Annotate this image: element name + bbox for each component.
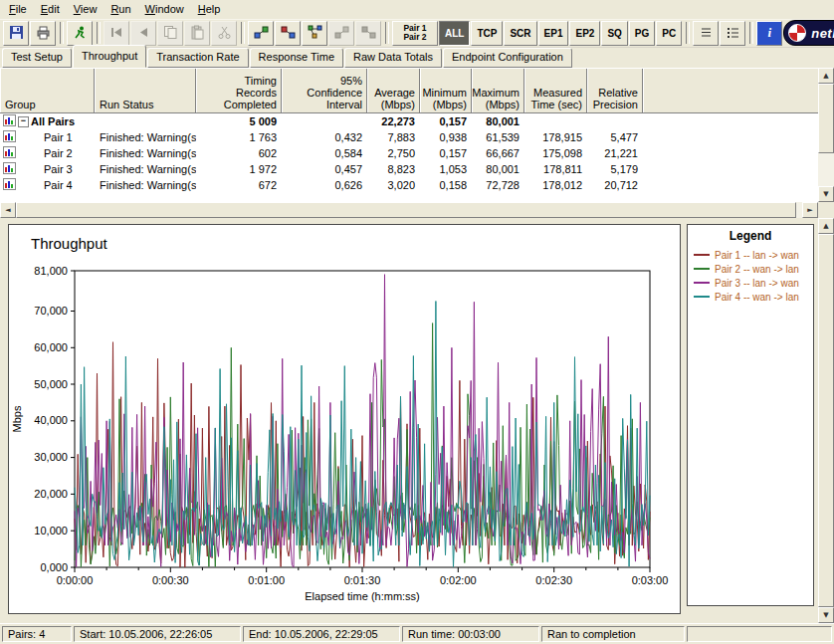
tab-endpoint-configuration[interactable]: Endpoint Configuration bbox=[443, 48, 572, 68]
svg-text:40,000: 40,000 bbox=[34, 414, 68, 426]
column-header-timing-records[interactable]: Timing Records Completed bbox=[196, 69, 282, 112]
menu-run[interactable]: Run bbox=[104, 1, 137, 18]
tab-test-setup[interactable]: Test Setup bbox=[2, 48, 72, 68]
table-row-pair-2[interactable]: Pair 2Finished: Warning(s)6020,5842,7500… bbox=[0, 145, 818, 161]
paste-button bbox=[184, 21, 210, 46]
scroll-down-button[interactable]: ▼ bbox=[818, 186, 834, 202]
toolbar-separator bbox=[749, 22, 753, 44]
value-cell: 1 763 bbox=[196, 131, 282, 143]
table-row-pair-3[interactable]: Pair 3Finished: Warning(s)1 9720,4578,82… bbox=[0, 161, 818, 177]
view-button-tcp[interactable]: TCP bbox=[471, 21, 503, 46]
svg-text:0:00:30: 0:00:30 bbox=[152, 574, 189, 586]
pair-multi-icon bbox=[308, 25, 322, 42]
scroll-up-button[interactable]: ▲ bbox=[818, 68, 834, 84]
menu-help[interactable]: Help bbox=[191, 1, 228, 18]
print-button[interactable] bbox=[30, 21, 56, 46]
table-vertical-scrollbar[interactable]: ▲ ▼ bbox=[818, 68, 834, 202]
toolbar-separator bbox=[60, 22, 64, 44]
status-filler bbox=[687, 626, 832, 642]
value-cell: 5 009 bbox=[196, 115, 282, 127]
group-label: Pair 2 bbox=[44, 147, 73, 159]
toolbar-separator bbox=[241, 22, 245, 44]
add-pair-button[interactable] bbox=[248, 21, 274, 46]
legend-panel: Legend Pair 1 -- lan -> wanPair 2 -- wan… bbox=[687, 224, 814, 606]
value-cell: 22,273 bbox=[367, 115, 420, 127]
group-cell: Pair 3 bbox=[0, 162, 95, 176]
view-button-ep2[interactable]: EP2 bbox=[569, 21, 600, 46]
column-header-measured[interactable]: Measured Time (sec) bbox=[524, 69, 587, 112]
tab-strip: Test SetupThroughputTransaction RateResp… bbox=[0, 47, 834, 68]
arrow-up-icon: ▲ bbox=[823, 222, 828, 230]
run-test-button[interactable] bbox=[67, 21, 93, 46]
value-cell: 0,938 bbox=[420, 131, 472, 143]
svg-text:0:02:00: 0:02:00 bbox=[440, 574, 477, 586]
group-pairs-button[interactable] bbox=[302, 21, 327, 46]
value-cell: 80,001 bbox=[472, 163, 524, 175]
throughput-chart: 0,00010,00020,00030,00040,00050,00060,00… bbox=[9, 225, 680, 613]
column-header-group[interactable]: Group bbox=[0, 69, 95, 112]
save-button[interactable] bbox=[3, 21, 29, 46]
scroll-thumb[interactable] bbox=[818, 84, 834, 153]
table-row-all-pairs[interactable]: −All Pairs5 00922,2730,15780,001 bbox=[0, 113, 818, 129]
value-cell: 0,432 bbox=[282, 131, 367, 143]
tab-raw-data-totals[interactable]: Raw Data Totals bbox=[344, 48, 442, 68]
svg-text:Mbps: Mbps bbox=[11, 405, 23, 432]
scroll-down-button[interactable]: ▼ bbox=[818, 607, 834, 623]
go-previous-button bbox=[130, 21, 156, 46]
tab-throughput[interactable]: Throughput bbox=[73, 45, 146, 68]
report-view-button[interactable] bbox=[693, 21, 719, 46]
view-button-pc[interactable]: PC bbox=[656, 21, 682, 46]
tab-response-time[interactable]: Response Time bbox=[250, 48, 343, 68]
tab-transaction-rate[interactable]: Transaction Rate bbox=[147, 48, 248, 68]
status-pairs: Pairs: 4 bbox=[2, 626, 72, 642]
view-button-scr[interactable]: SCR bbox=[504, 21, 536, 46]
list-icon bbox=[699, 25, 714, 42]
value-cell: 175,098 bbox=[524, 147, 587, 159]
pair-selector-button[interactable]: Pair 1 Pair 2 bbox=[392, 21, 438, 46]
menu-view[interactable]: View bbox=[67, 1, 104, 18]
value-cell: 61,539 bbox=[472, 131, 524, 143]
x-axis-label: Elapsed time (h:mm:ss) bbox=[75, 590, 650, 602]
run-status-cell: Finished: Warning(s) bbox=[95, 131, 196, 143]
column-header-minimum[interactable]: Minimum (Mbps) bbox=[420, 69, 472, 112]
pair-chart-icon bbox=[3, 146, 16, 160]
view-button-ep1[interactable]: EP1 bbox=[538, 21, 569, 46]
run-status-cell: Finished: Warning(s) bbox=[95, 147, 196, 159]
view-button-sq[interactable]: SQ bbox=[601, 21, 627, 46]
status-runtime: Run time: 00:03:00 bbox=[402, 626, 539, 642]
scroll-right-button[interactable]: ► bbox=[802, 202, 818, 218]
info-icon: i bbox=[767, 25, 771, 41]
column-header-95-confidence[interactable]: 95% Confidence Interval bbox=[282, 69, 367, 112]
column-header-relative[interactable]: Relative Precision bbox=[587, 69, 643, 112]
tree-collapse-icon[interactable]: − bbox=[18, 116, 29, 127]
menu-edit[interactable]: Edit bbox=[34, 1, 67, 18]
column-header-run-status[interactable]: Run Status bbox=[95, 69, 196, 112]
value-cell: 5,477 bbox=[587, 131, 643, 143]
menu-file[interactable]: File bbox=[2, 1, 34, 18]
chart-vertical-scrollbar[interactable]: ▲ ▼ bbox=[818, 218, 834, 623]
scroll-thumb[interactable] bbox=[16, 202, 796, 218]
detail-view-button[interactable] bbox=[720, 21, 745, 46]
svg-text:0:01:00: 0:01:00 bbox=[248, 574, 285, 586]
floppy-icon bbox=[9, 25, 24, 42]
legend-item-pair-4: Pair 4 -- wan -> lan bbox=[694, 290, 807, 304]
svg-text:70,000: 70,000 bbox=[34, 305, 68, 317]
table-horizontal-scrollbar[interactable]: ◄ ► bbox=[0, 202, 818, 218]
scroll-up-button[interactable]: ▲ bbox=[818, 218, 834, 234]
table-row-pair-1[interactable]: Pair 1Finished: Warning(s)1 7630,4327,88… bbox=[0, 129, 818, 145]
toolbar-separator bbox=[97, 22, 101, 44]
column-header-average[interactable]: Average (Mbps) bbox=[367, 69, 420, 112]
run-status-cell: Finished: Warning(s) bbox=[95, 179, 196, 191]
scrollbar-corner bbox=[818, 202, 834, 218]
scroll-thumb[interactable] bbox=[818, 234, 834, 607]
view-button-all[interactable]: ALL bbox=[439, 21, 470, 46]
edit-pair-button[interactable] bbox=[275, 21, 301, 46]
value-cell: 672 bbox=[196, 179, 282, 191]
column-header-maximum[interactable]: Maximum (Mbps) bbox=[472, 69, 524, 112]
view-button-pg[interactable]: PG bbox=[629, 21, 655, 46]
scroll-left-button[interactable]: ◄ bbox=[0, 202, 16, 218]
info-button[interactable]: i bbox=[756, 21, 782, 46]
menu-window[interactable]: Window bbox=[138, 1, 191, 18]
menu-bar: FileEditViewRunWindowHelp bbox=[0, 0, 834, 20]
table-row-pair-4[interactable]: Pair 4Finished: Warning(s)6720,6263,0200… bbox=[0, 177, 818, 193]
